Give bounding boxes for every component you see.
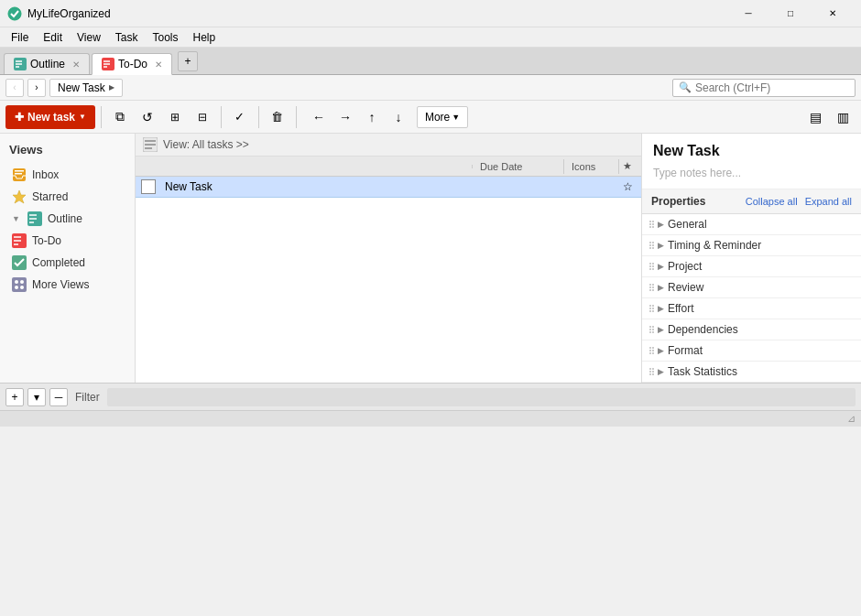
timing-section-label: Timing & Reminder: [668, 239, 761, 252]
drag-handle-format: [649, 347, 654, 354]
props-section-general[interactable]: ▶ General: [642, 214, 861, 235]
move-down-button[interactable]: ↓: [386, 105, 411, 129]
search-bar[interactable]: 🔍: [672, 79, 856, 97]
general-expand-icon: ▶: [658, 220, 664, 229]
new-task-button[interactable]: ✚ New task ▼: [5, 105, 95, 129]
forward-button[interactable]: ›: [27, 79, 46, 97]
menu-task[interactable]: Task: [108, 29, 146, 46]
filter-dropdown-button[interactable]: ▾: [27, 388, 46, 406]
refresh-button[interactable]: ↺: [135, 105, 160, 129]
add-filter-button[interactable]: +: [5, 388, 24, 406]
svg-point-13: [15, 286, 18, 289]
sidebar-item-todo-label: To-Do: [32, 234, 61, 247]
collapse-all-button[interactable]: Collapse all: [746, 196, 798, 207]
more-views-icon: [12, 277, 27, 292]
minimize-button[interactable]: ─: [727, 0, 769, 27]
menu-view[interactable]: View: [70, 29, 108, 46]
move-left-button[interactable]: ←: [306, 105, 332, 129]
new-task-nav-label: New Task: [58, 81, 105, 94]
menu-tools[interactable]: Tools: [146, 29, 186, 46]
svg-point-0: [8, 7, 21, 20]
separator-2: [221, 106, 222, 128]
sidebar-item-outline-label: Outline: [48, 212, 82, 225]
drag-handle-taskstats: [649, 368, 654, 375]
sidebar-item-todo[interactable]: To-Do: [0, 230, 135, 252]
sidebar-item-starred[interactable]: Starred: [0, 186, 135, 208]
sidebar-item-completed-label: Completed: [32, 256, 85, 269]
todo-tab-icon: [102, 58, 114, 70]
tab-todo[interactable]: To-Do ✕: [92, 53, 172, 75]
new-tab-button[interactable]: +: [178, 51, 198, 71]
menu-help[interactable]: Help: [186, 29, 223, 46]
taskstats-section-label: Task Statistics: [668, 365, 737, 378]
close-button[interactable]: ✕: [812, 0, 854, 27]
move-down-icon: ↓: [395, 110, 401, 124]
back-button[interactable]: ‹: [5, 79, 24, 97]
copy-button[interactable]: ⧉: [107, 105, 133, 129]
sidebar-title: Views: [0, 139, 135, 164]
new-task-nav-button[interactable]: New Task ▶: [49, 79, 123, 97]
svg-rect-5: [15, 173, 22, 175]
task-row[interactable]: New Task ☆: [136, 177, 641, 198]
search-input[interactable]: [695, 81, 849, 94]
props-section-format[interactable]: ▶ Format: [642, 340, 861, 362]
svg-rect-4: [15, 170, 24, 172]
svg-point-11: [15, 280, 18, 284]
more-dropdown-icon: ▼: [452, 113, 460, 122]
format-expand-icon: ▶: [658, 346, 664, 355]
move-up-icon: ↑: [368, 110, 375, 124]
tab-todo-close[interactable]: ✕: [155, 59, 162, 70]
move-right-button[interactable]: →: [332, 105, 358, 129]
sidebar: Views Inbox Starred ▼ Outline: [0, 134, 136, 383]
project-expand-icon: ▶: [658, 262, 664, 271]
tabs-bar: Outline ✕ To-Do ✕ +: [0, 48, 861, 75]
drag-handle-general: [649, 221, 654, 228]
copy-icon: ⧉: [115, 109, 125, 124]
more-button[interactable]: More ▼: [417, 106, 468, 128]
outline-tab-icon: [14, 58, 27, 70]
menu-edit[interactable]: Edit: [36, 29, 70, 46]
col-task-header: [136, 165, 473, 168]
delete-button[interactable]: 🗑: [265, 105, 290, 129]
sidebar-item-outline[interactable]: ▼ Outline: [0, 208, 135, 230]
bottombar: + ▾ ─ Filter: [0, 383, 861, 410]
tab-outline-close[interactable]: ✕: [72, 59, 80, 70]
effort-expand-icon: ▶: [658, 304, 664, 313]
review-section-label: Review: [668, 281, 703, 294]
move-up-button[interactable]: ↑: [359, 105, 385, 129]
layout-full-button[interactable]: ▥: [830, 105, 856, 129]
window-controls: ─ □ ✕: [727, 0, 854, 27]
menubar: File Edit View Task Tools Help: [0, 27, 861, 48]
props-section-timing[interactable]: ▶ Timing & Reminder: [642, 235, 861, 256]
sidebar-item-inbox[interactable]: Inbox: [0, 164, 135, 186]
resize-icon: ⊿: [847, 413, 856, 425]
sidebar-item-moreviews[interactable]: More Views: [0, 274, 135, 296]
maximize-button[interactable]: □: [769, 0, 812, 27]
props-section-dependencies[interactable]: ▶ Dependencies: [642, 319, 861, 340]
layout-split-button[interactable]: ▤: [802, 105, 828, 129]
format-section-label: Format: [668, 344, 703, 357]
props-section-review[interactable]: ▶ Review: [642, 277, 861, 298]
outline-sidebar-icon: [27, 211, 42, 226]
expand-all-button[interactable]: Expand all: [805, 196, 852, 207]
collapse-all-button[interactable]: ⊟: [190, 105, 215, 129]
task-checkbox[interactable]: [141, 179, 156, 194]
tab-outline[interactable]: Outline ✕: [4, 53, 90, 74]
tasklist-header: View: All tasks >>: [136, 134, 641, 157]
sidebar-item-moreviews-label: More Views: [32, 278, 89, 291]
navbar: ‹ › New Task ▶ 🔍: [0, 75, 861, 101]
effort-section-label: Effort: [668, 302, 693, 315]
props-section-taskstats[interactable]: ▶ Task Statistics: [642, 362, 861, 383]
props-section-project[interactable]: ▶ Project: [642, 256, 861, 277]
properties-notes[interactable]: Type notes here...: [642, 163, 861, 189]
dependencies-expand-icon: ▶: [658, 325, 664, 334]
svg-rect-10: [12, 277, 27, 292]
expand-all-button[interactable]: ⊞: [162, 105, 188, 129]
props-section-effort[interactable]: ▶ Effort: [642, 298, 861, 319]
remove-filter-button[interactable]: ─: [49, 388, 68, 406]
sidebar-item-completed[interactable]: Completed: [0, 252, 135, 274]
menu-file[interactable]: File: [4, 29, 36, 46]
main-content: Views Inbox Starred ▼ Outline: [0, 134, 861, 383]
task-star[interactable]: ☆: [619, 177, 641, 197]
complete-button[interactable]: ✓: [227, 105, 253, 129]
